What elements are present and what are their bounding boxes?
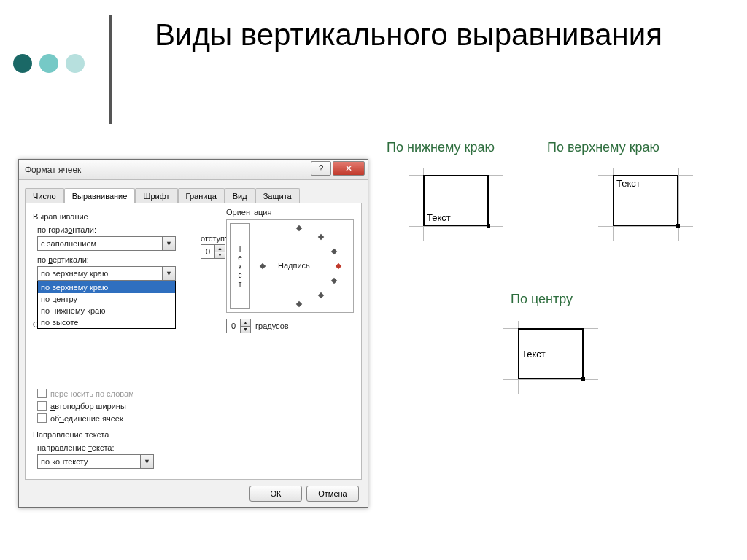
example-top-grid: Текст	[598, 168, 693, 241]
format-cells-dialog: Формат ячеек ? ✕ Число Выравнивание Шриф…	[18, 159, 368, 508]
cell-text: Текст	[427, 212, 451, 223]
alignment-panel: Выравнивание по горизонтали: с заполнени…	[25, 203, 362, 480]
ok-button[interactable]: ОК	[249, 486, 302, 502]
tab-border[interactable]: Граница	[178, 188, 225, 203]
diamond-icon	[296, 301, 302, 307]
orientation-dial[interactable]: Надпись	[253, 223, 350, 309]
checkbox-icon[interactable]	[37, 413, 47, 423]
shrink-to-fit-checkbox-row[interactable]: автоподбор ширины	[37, 401, 212, 411]
wrap-text-label: переносить по словам	[50, 389, 134, 398]
checkbox-icon[interactable]	[37, 401, 47, 411]
chevron-down-icon[interactable]: ▼	[162, 267, 175, 280]
chevron-down-icon[interactable]: ▼	[162, 237, 175, 250]
vertical-dropdown-list: по верхнему краю по центру по нижнему кр…	[37, 281, 176, 329]
dot-icon	[39, 54, 58, 73]
spinner-down-icon[interactable]: ▼	[215, 252, 225, 259]
horizontal-value: с заполнением	[38, 239, 162, 248]
text-direction-heading: Направление текста	[33, 430, 212, 439]
vertical-value: по верхнему краю	[38, 269, 162, 278]
diamond-icon	[336, 263, 341, 269]
vertical-option-bottom[interactable]: по нижнему краю	[38, 305, 175, 316]
orientation-label: Ориентация	[226, 208, 354, 217]
dialog-title: Формат ячеек	[25, 165, 81, 175]
cell-text: Текст	[616, 178, 640, 189]
diamond-icon	[331, 249, 337, 254]
tab-number[interactable]: Число	[25, 188, 64, 203]
spinner-up-icon[interactable]: ▲	[215, 245, 225, 252]
tab-protection[interactable]: Защита	[255, 188, 300, 203]
diamond-icon	[318, 234, 324, 240]
diamond-icon	[331, 278, 337, 284]
horizontal-combo[interactable]: с заполнением ▼	[37, 236, 176, 251]
orientation-vertical-button[interactable]: Т е к с т	[230, 223, 250, 309]
selection-handle-icon	[676, 224, 680, 228]
cancel-button[interactable]: Отмена	[306, 486, 359, 502]
example-cell-top: Текст	[613, 175, 678, 226]
slide-title: Виды вертикального выравнивания	[146, 15, 671, 56]
dot-icon	[13, 54, 32, 73]
example-bottom-grid: Текст	[409, 168, 503, 241]
degrees-spinner[interactable]: 0 ▲ ▼	[226, 319, 251, 333]
orientation-group: Ориентация Т е к с т Надпись	[226, 208, 354, 333]
tab-fill[interactable]: Вид	[225, 188, 255, 203]
vertical-label: по вертикали:	[37, 255, 212, 264]
merge-cells-label: объединение ячеек	[50, 414, 123, 423]
selection-handle-icon	[581, 377, 585, 381]
merge-cells-checkbox-row[interactable]: объединение ячеек	[37, 413, 212, 423]
orientation-dial-label: Надпись	[278, 261, 310, 270]
indent-spinner[interactable]: 0 ▲ ▼	[201, 244, 225, 259]
example-cell-bottom: Текст	[423, 175, 489, 226]
cell-text: Текст	[522, 349, 546, 359]
degrees-value: 0	[227, 319, 240, 332]
text-direction-label: направление текста:	[37, 443, 212, 452]
alignment-group-label: Выравнивание	[33, 212, 212, 221]
chevron-down-icon[interactable]: ▼	[140, 455, 153, 468]
indent-label: отступ:	[201, 234, 227, 243]
vertical-option-justify[interactable]: по высоте	[38, 316, 175, 328]
spinner-up-icon[interactable]: ▲	[241, 319, 250, 327]
dialog-tabs: Число Выравнивание Шрифт Граница Вид Защ…	[19, 180, 368, 203]
spinner-down-icon[interactable]: ▼	[241, 327, 250, 333]
example-center-grid: Текст	[503, 321, 598, 394]
example-bottom-label: По нижнему краю	[387, 140, 495, 155]
example-center-label: По центру	[511, 292, 573, 307]
indent-value: 0	[201, 245, 214, 258]
dot-icon	[66, 54, 85, 73]
wrap-text-checkbox-row: переносить по словам	[37, 389, 212, 398]
vertical-option-center[interactable]: по центру	[38, 293, 175, 305]
horizontal-label: по горизонтали:	[37, 225, 212, 234]
vertical-option-top[interactable]: по верхнему краю	[38, 281, 175, 293]
slide-deco-line	[109, 15, 112, 124]
diamond-icon	[296, 225, 302, 231]
shrink-to-fit-label: автоподбор ширины	[50, 402, 126, 411]
diamond-icon	[260, 263, 266, 269]
vertical-combo[interactable]: по верхнему краю ▼ по верхнему краю по ц…	[37, 266, 176, 281]
degrees-label: градусов	[255, 322, 289, 330]
help-button[interactable]: ?	[311, 161, 331, 176]
text-direction-combo[interactable]: по контексту ▼	[37, 454, 154, 469]
close-button[interactable]: ✕	[333, 161, 365, 176]
orientation-preview: Т е к с т Надпись	[226, 219, 354, 313]
slide-deco-dots	[13, 54, 85, 73]
text-direction-value: по контексту	[38, 457, 140, 466]
example-cell-center: Текст	[518, 328, 584, 379]
dialog-titlebar[interactable]: Формат ячеек ? ✕	[19, 160, 368, 180]
example-top-label: По верхнему краю	[547, 140, 659, 155]
diamond-icon	[318, 292, 324, 298]
tab-alignment[interactable]: Выравнивание	[64, 188, 136, 203]
checkbox-icon	[37, 389, 47, 398]
selection-handle-icon	[487, 224, 490, 228]
tab-font[interactable]: Шрифт	[135, 188, 177, 203]
